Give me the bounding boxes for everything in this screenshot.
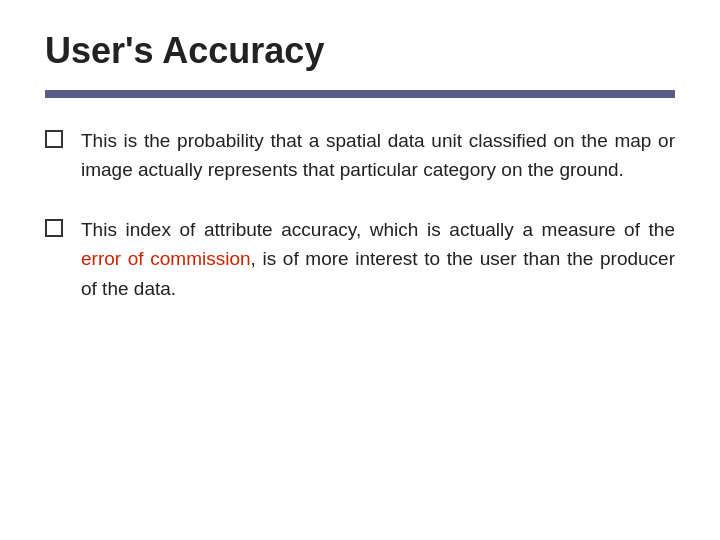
accent-bar <box>45 90 675 98</box>
bullet-item-1: This is the probability that a spatial d… <box>45 126 675 185</box>
slide: User's Accuracy This is the probability … <box>0 0 720 540</box>
highlight-error-of-commission: error of commission <box>81 248 251 269</box>
bullet-text-1: This is the probability that a spatial d… <box>81 126 675 185</box>
slide-title: User's Accuracy <box>45 30 675 72</box>
bullet-text-2: This index of attribute accuracy, which … <box>81 215 675 303</box>
bullet-checkbox-1 <box>45 130 63 148</box>
bullet-item-2: This index of attribute accuracy, which … <box>45 215 675 303</box>
bullet-list: This is the probability that a spatial d… <box>45 126 675 303</box>
bullet-checkbox-2 <box>45 219 63 237</box>
